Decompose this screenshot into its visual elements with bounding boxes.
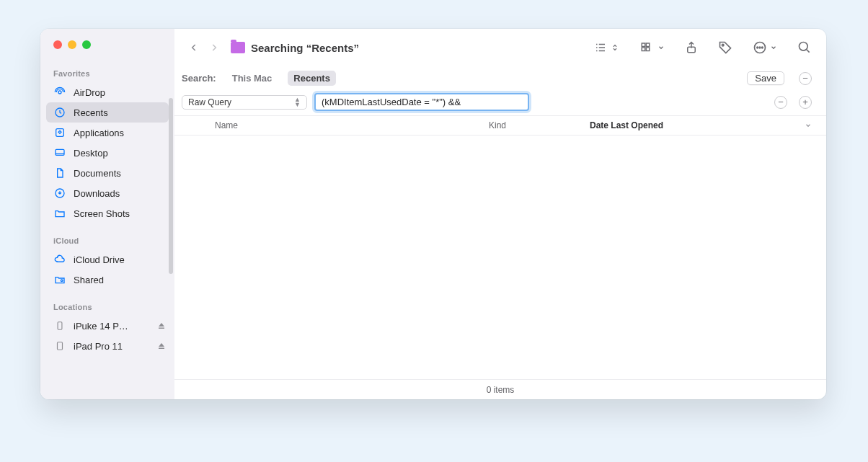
svg-point-19 xyxy=(762,47,763,48)
criteria-type-select[interactable]: Raw Query ▲▼ xyxy=(182,95,307,110)
svg-point-17 xyxy=(757,47,758,48)
tag-button[interactable] xyxy=(718,40,732,55)
sidebar-item-desktop[interactable]: Desktop xyxy=(40,143,174,163)
eject-icon[interactable] xyxy=(157,342,166,350)
finder-window: Favorites AirDrop Recents Applications D… xyxy=(40,29,826,399)
sidebar-item-label: Applications xyxy=(74,128,166,138)
applications-icon xyxy=(53,126,66,139)
scope-this-mac[interactable]: This Mac xyxy=(226,71,278,86)
sidebar-scrollbar[interactable] xyxy=(169,98,173,274)
remove-criteria-button[interactable]: − xyxy=(774,96,787,109)
sidebar-item-applications[interactable]: Applications xyxy=(40,123,174,143)
group-by-button[interactable] xyxy=(639,41,665,54)
search-scope-label: Search: xyxy=(182,73,216,84)
column-header-date-last-opened[interactable]: Date Last Opened xyxy=(590,120,805,130)
sidebar-item-label: Documents xyxy=(74,168,166,179)
sidebar-item-icloud-drive[interactable]: iCloud Drive xyxy=(40,249,174,270)
sort-chevron-icon[interactable] xyxy=(805,122,812,129)
svg-point-0 xyxy=(58,91,61,94)
status-bar: 0 items xyxy=(174,379,826,399)
document-icon xyxy=(53,166,66,179)
search-criteria-row: Raw Query ▲▼ − + xyxy=(174,93,826,116)
eject-icon[interactable] xyxy=(157,321,166,330)
svg-rect-8 xyxy=(58,342,63,350)
clock-icon xyxy=(53,106,66,119)
sidebar-item-airdrop[interactable]: AirDrop xyxy=(40,82,174,102)
raw-query-input[interactable] xyxy=(314,93,529,111)
criteria-type-label: Raw Query xyxy=(188,97,231,107)
sidebar-item-label: Desktop xyxy=(74,148,166,159)
save-search-button[interactable]: Save xyxy=(747,71,784,85)
svg-rect-3 xyxy=(56,149,64,155)
folder-icon xyxy=(53,207,66,220)
results-list xyxy=(174,136,826,379)
sidebar-item-label: Downloads xyxy=(74,188,166,199)
add-criteria-button[interactable]: + xyxy=(799,96,812,109)
download-icon xyxy=(53,187,66,200)
sidebar-section-icloud: iCloud xyxy=(40,234,174,249)
nav-back-button[interactable] xyxy=(189,41,199,54)
svg-rect-9 xyxy=(159,348,164,350)
status-item-count: 0 items xyxy=(487,385,515,395)
sidebar-section-locations: Locations xyxy=(40,300,174,316)
column-header-kind[interactable]: Kind xyxy=(489,120,590,130)
sidebar-item-ipad[interactable]: iPad Pro 11 xyxy=(40,336,174,356)
sidebar-item-label: AirDrop xyxy=(74,87,166,98)
svg-point-18 xyxy=(759,47,761,48)
ipad-icon xyxy=(53,339,66,352)
cloud-icon xyxy=(53,253,66,266)
sidebar-item-screenshots[interactable]: Screen Shots xyxy=(40,203,174,223)
scope-recents[interactable]: Recents xyxy=(288,71,336,86)
more-options-button[interactable] xyxy=(753,40,777,55)
minimize-window-button[interactable] xyxy=(68,40,76,49)
smart-folder-icon xyxy=(231,42,245,53)
sidebar-item-label: Shared xyxy=(74,275,166,285)
toolbar: Searching “Recents” xyxy=(174,29,826,66)
airdrop-icon xyxy=(53,86,66,99)
remove-scope-button[interactable]: − xyxy=(799,72,812,85)
svg-rect-11 xyxy=(646,43,650,47)
iphone-icon xyxy=(53,319,66,332)
column-headers: Name Kind Date Last Opened xyxy=(174,116,826,136)
close-window-button[interactable] xyxy=(53,40,62,49)
nav-forward-button[interactable] xyxy=(209,41,219,54)
svg-rect-2 xyxy=(56,129,64,137)
view-list-button[interactable] xyxy=(593,41,619,54)
svg-rect-13 xyxy=(646,48,650,51)
sidebar-item-shared[interactable]: Shared xyxy=(40,270,174,290)
share-button[interactable] xyxy=(685,40,698,55)
desktop-icon xyxy=(53,146,66,159)
sidebar-item-label: iPuke 14 P… xyxy=(74,321,150,332)
svg-point-20 xyxy=(800,43,808,51)
search-scope-row: Search: This Mac Recents Save − xyxy=(174,66,826,93)
search-button[interactable] xyxy=(797,40,812,55)
svg-point-5 xyxy=(61,280,63,282)
svg-rect-10 xyxy=(642,43,645,47)
select-stepper-icon: ▲▼ xyxy=(294,97,301,107)
window-controls xyxy=(40,40,174,49)
sidebar-item-recents[interactable]: Recents xyxy=(46,102,169,123)
window-title: Searching “Recents” xyxy=(251,42,359,54)
shared-folder-icon xyxy=(53,273,66,286)
sidebar-item-label: iPad Pro 11 xyxy=(74,341,150,352)
svg-rect-6 xyxy=(58,322,62,330)
sidebar-item-label: Recents xyxy=(74,107,160,118)
sidebar-item-label: Screen Shots xyxy=(74,208,166,219)
sidebar-item-downloads[interactable]: Downloads xyxy=(40,183,174,203)
sidebar: Favorites AirDrop Recents Applications D… xyxy=(40,29,174,399)
svg-point-15 xyxy=(722,44,724,46)
fullscreen-window-button[interactable] xyxy=(82,40,91,49)
main-panel: Searching “Recents” xyxy=(174,29,826,399)
sidebar-item-documents[interactable]: Documents xyxy=(40,163,174,183)
column-header-name[interactable]: Name xyxy=(215,120,489,130)
sidebar-item-iphone[interactable]: iPuke 14 P… xyxy=(40,316,174,336)
svg-rect-12 xyxy=(642,48,645,51)
sidebar-item-label: iCloud Drive xyxy=(74,254,166,265)
sidebar-section-favorites: Favorites xyxy=(40,66,174,82)
svg-rect-7 xyxy=(159,328,164,329)
